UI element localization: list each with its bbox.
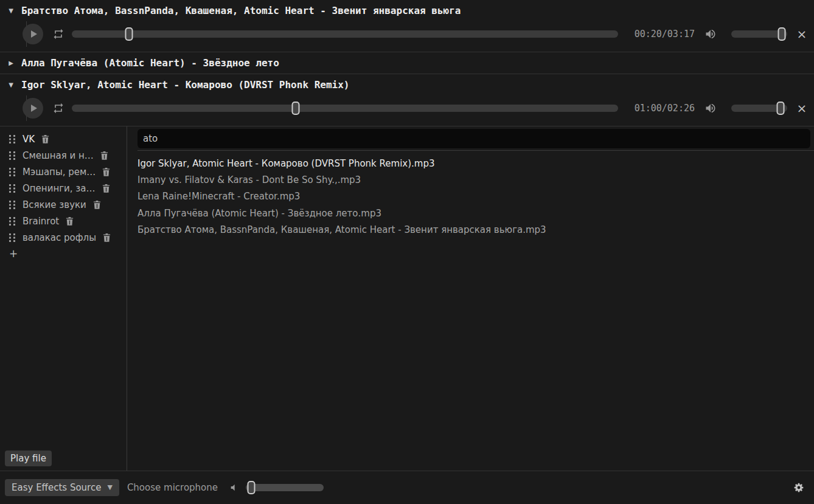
drag-handle-icon[interactable] xyxy=(9,135,16,143)
file-list: Igor Sklyar, Atomic Heart - Комарово (DV… xyxy=(137,155,810,238)
player-track-2: ▶ Алла Пугачёва (Atomic Heart) - Звёздно… xyxy=(0,52,814,74)
drag-handle-icon[interactable] xyxy=(9,168,16,176)
mic-volume-slider[interactable] xyxy=(246,484,324,491)
playlist-label: Смешная и н… xyxy=(23,150,94,161)
file-item[interactable]: Igor Sklyar, Atomic Heart - Комарово (DV… xyxy=(137,155,810,171)
playlist-label: VK xyxy=(23,134,35,145)
volume-slider-handle[interactable] xyxy=(776,102,784,115)
play-button[interactable] xyxy=(23,24,43,44)
drag-handle-icon[interactable] xyxy=(9,184,16,193)
sidebar-item-sounds[interactable]: Всякие звуки xyxy=(0,196,127,213)
playlist-sidebar: VK Смешная и н… Мэшапы, рем… xyxy=(0,126,127,471)
collapse-icon[interactable]: ▼ xyxy=(6,7,16,14)
search-input[interactable] xyxy=(137,129,810,148)
sidebar-item-mashups[interactable]: Мэшапы, рем… xyxy=(0,164,127,180)
player-track-1: ▼ Братство Атома, BassnPanda, Квашеная, … xyxy=(0,0,814,52)
sidebar-item-vk[interactable]: VK xyxy=(0,131,127,147)
close-icon[interactable]: × xyxy=(795,102,809,114)
drag-handle-icon[interactable] xyxy=(9,233,16,242)
trash-icon[interactable] xyxy=(65,216,74,226)
play-file-button[interactable]: Play file xyxy=(5,450,52,466)
collapse-icon[interactable]: ▼ xyxy=(6,81,16,88)
progress-slider[interactable] xyxy=(72,105,618,112)
drag-handle-icon[interactable] xyxy=(9,201,16,209)
progress-slider-handle[interactable] xyxy=(125,27,133,41)
track-title: Алла Пугачёва (Atomic Heart) - Звёздное … xyxy=(21,57,279,69)
volume-icon[interactable] xyxy=(704,28,717,40)
player-track-3: ▼ Igor Sklyar, Atomic Heart - Комарово (… xyxy=(0,74,814,126)
gear-icon[interactable] xyxy=(793,482,804,493)
chevron-down-icon: ▼ xyxy=(107,483,112,491)
sidebar-item-openings[interactable]: Опенинги, за… xyxy=(0,180,127,196)
repeat-icon[interactable] xyxy=(52,28,64,40)
plus-icon: + xyxy=(9,247,18,260)
speaker-muted-icon[interactable] xyxy=(228,483,238,492)
player-controls: 01:00/02:26 × xyxy=(0,95,814,121)
trash-icon[interactable] xyxy=(102,233,111,243)
player-controls: 00:20/03:17 × xyxy=(0,21,814,47)
mic-volume-handle[interactable] xyxy=(247,481,255,494)
expand-icon[interactable]: ▶ xyxy=(6,60,16,66)
search-underline xyxy=(137,150,814,151)
time-display: 01:00/02:26 xyxy=(625,103,695,114)
playlist-label: Мэшапы, рем… xyxy=(23,167,96,178)
sidebar-item-valakas[interactable]: валакас рофлы xyxy=(0,229,127,246)
file-item[interactable]: Imany vs. Filatov & Karas - Dont Be So S… xyxy=(137,171,810,188)
progress-slider-handle[interactable] xyxy=(292,102,300,115)
trash-icon[interactable] xyxy=(92,200,102,210)
file-item[interactable]: Алла Пугачёва (Atomic Heart) - Звёздное … xyxy=(137,205,810,221)
track-title: Igor Sklyar, Atomic Heart - Комарово (DV… xyxy=(21,79,349,91)
volume-icon[interactable] xyxy=(704,102,717,114)
trash-icon[interactable] xyxy=(102,184,111,193)
play-icon xyxy=(31,30,37,38)
choose-microphone-label: Choose microphone xyxy=(127,482,218,493)
play-button[interactable] xyxy=(23,98,43,119)
play-icon xyxy=(31,105,37,112)
file-panel: Igor Sklyar, Atomic Heart - Комарово (DV… xyxy=(127,126,814,471)
bottom-bar: Easy Effects Source ▼ Choose microphone xyxy=(0,471,814,503)
playlist-label: Brainrot xyxy=(23,216,59,227)
trash-icon[interactable] xyxy=(41,134,50,144)
trash-icon[interactable] xyxy=(102,167,111,177)
sidebar-item-brainrot[interactable]: Brainrot xyxy=(0,213,127,229)
content-area: VK Смешная и н… Мэшапы, рем… xyxy=(0,126,814,471)
sidebar-spacer xyxy=(0,261,127,450)
close-icon[interactable]: × xyxy=(795,28,809,40)
volume-slider[interactable] xyxy=(731,105,787,112)
track-header[interactable]: ▼ Братство Атома, BassnPanda, Квашеная, … xyxy=(0,0,814,21)
volume-slider[interactable] xyxy=(731,30,787,38)
player-stack: ▼ Братство Атома, BassnPanda, Квашеная, … xyxy=(0,0,814,126)
file-item[interactable]: Братство Атома, BassnPanda, Квашеная, At… xyxy=(137,222,810,238)
track-header[interactable]: ▼ Igor Sklyar, Atomic Heart - Комарово (… xyxy=(0,74,814,95)
playlist-label: Опенинги, за… xyxy=(23,183,96,194)
repeat-icon[interactable] xyxy=(52,102,64,114)
progress-slider[interactable] xyxy=(72,30,618,38)
sidebar-item-smeshnaya[interactable]: Смешная и н… xyxy=(0,147,127,164)
volume-slider-handle[interactable] xyxy=(777,27,785,41)
track-title: Братство Атома, BassnPanda, Квашеная, At… xyxy=(21,5,461,16)
trash-icon[interactable] xyxy=(100,151,109,161)
track-header[interactable]: ▶ Алла Пугачёва (Atomic Heart) - Звёздно… xyxy=(0,52,814,74)
drag-handle-icon[interactable] xyxy=(9,217,16,226)
add-playlist-button[interactable]: + xyxy=(0,246,127,261)
source-selector[interactable]: Easy Effects Source ▼ xyxy=(5,479,119,496)
drag-handle-icon[interactable] xyxy=(9,151,16,160)
source-selector-label: Easy Effects Source xyxy=(12,482,101,493)
playlist-label: валакас рофлы xyxy=(23,232,96,243)
playlist-label: Всякие звуки xyxy=(23,199,86,210)
time-display: 00:20/03:17 xyxy=(625,29,695,40)
file-item[interactable]: Lena Raine!Minecraft - Creator.mp3 xyxy=(137,188,810,205)
